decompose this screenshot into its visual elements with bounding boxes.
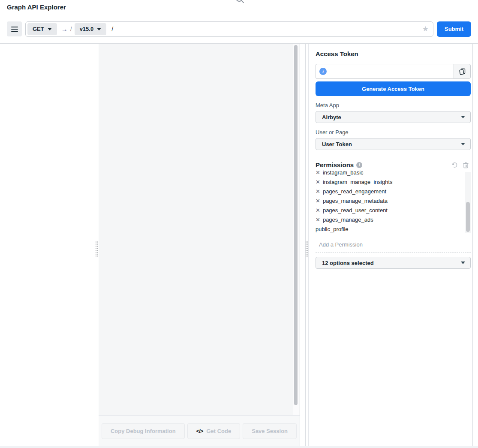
remove-permission-icon[interactable]: ✕ [316, 179, 320, 185]
star-icon[interactable]: ★ [422, 24, 429, 33]
permission-label: instagram_basic [323, 170, 364, 176]
remove-permission-icon[interactable]: ✕ [316, 217, 320, 222]
access-token-heading: Access Token [316, 50, 471, 57]
method-dropdown[interactable]: GET [27, 23, 57, 35]
info-icon[interactable]: i [356, 162, 362, 168]
page-title: Graph API Explorer [7, 3, 66, 11]
permission-label: pages_manage_ads [323, 216, 373, 223]
meta-app-selected: Airbyte [322, 114, 341, 120]
permission-item: ✕ pages_read_engagement [316, 186, 462, 196]
method-label: GET [33, 26, 44, 32]
request-toolbar: GET → / v15.0 / ★ Submit [0, 15, 478, 44]
options-selected-label: 12 options selected [322, 260, 374, 266]
access-token-input[interactable]: i [316, 64, 454, 79]
permission-label: pages_manage_metadata [323, 198, 388, 204]
left-panel [0, 44, 95, 446]
add-permission-input[interactable]: Add a Permission [316, 240, 471, 253]
copy-debug-label: Copy Debug Information [111, 428, 176, 434]
copy-debug-button[interactable]: Copy Debug Information [102, 423, 185, 439]
meta-app-dropdown[interactable]: Airbyte [316, 111, 471, 123]
code-icon: </> [196, 428, 203, 434]
permissions-heading: Permissions [316, 161, 354, 168]
search-icon[interactable] [235, 0, 244, 3]
permission-item: ✕ pages_manage_metadata [316, 196, 462, 205]
save-session-label: Save Session [252, 428, 288, 434]
user-or-page-dropdown[interactable]: User Token [316, 138, 471, 150]
remove-permission-icon[interactable]: ✕ [316, 170, 320, 175]
info-icon[interactable]: i [319, 68, 327, 75]
response-scrollbar-thumb[interactable] [294, 45, 298, 405]
hamburger-icon [11, 27, 18, 27]
menu-button[interactable] [7, 21, 22, 36]
permission-item: public_profile [316, 224, 462, 234]
permission-label: pages_read_user_content [323, 207, 388, 213]
permission-label: public_profile [316, 226, 349, 232]
generate-access-token-button[interactable]: Generate Access Token [316, 81, 471, 96]
permission-item: ✕ pages_manage_ads [316, 215, 462, 224]
permission-label: instagram_manage_insights [323, 179, 393, 185]
response-footer: Copy Debug Information </> Get Code Save… [99, 415, 300, 446]
permissions-scrollbar-thumb[interactable] [466, 202, 470, 232]
arrow-right-icon: → [61, 25, 68, 33]
copy-token-button[interactable] [454, 64, 471, 79]
chevron-down-icon [97, 28, 101, 30]
version-dropdown[interactable]: v15.0 [75, 23, 107, 35]
chevron-down-icon [461, 143, 465, 145]
chevron-down-icon [461, 116, 465, 118]
permissions-header: Permissions i [316, 161, 471, 168]
right-resize-handle[interactable] [305, 241, 308, 257]
save-session-button[interactable]: Save Session [243, 423, 297, 439]
chevron-down-icon [461, 262, 465, 264]
remove-permission-icon[interactable]: ✕ [316, 198, 320, 204]
query-bar[interactable]: GET → / v15.0 / ★ [25, 21, 433, 37]
remove-permission-icon[interactable]: ✕ [316, 207, 320, 213]
get-code-button[interactable]: </> Get Code [187, 423, 241, 439]
permission-item: ✕ pages_read_user_content [316, 205, 462, 215]
path-input[interactable]: / [111, 26, 420, 33]
permissions-options-dropdown[interactable]: 12 options selected [316, 257, 471, 269]
meta-app-label: Meta App [316, 102, 471, 108]
left-resize-handle[interactable] [95, 241, 98, 257]
path-root-slash: / [70, 26, 72, 33]
get-code-label: Get Code [206, 428, 231, 434]
remove-permission-icon[interactable]: ✕ [316, 189, 320, 194]
response-scrollbar-track[interactable] [293, 44, 299, 415]
response-panel: Copy Debug Information </> Get Code Save… [99, 44, 300, 446]
permission-item: ✕ instagram_basic [316, 170, 462, 177]
page-bottom-edge [0, 446, 478, 448]
copy-icon [458, 68, 466, 75]
undo-icon[interactable] [451, 162, 458, 168]
permission-label: pages_read_engagement [323, 188, 386, 195]
app-header: Graph API Explorer [0, 0, 478, 14]
permissions-scrollbar-track[interactable] [465, 172, 471, 233]
submit-button[interactable]: Submit [437, 21, 471, 37]
permission-item: ✕ instagram_manage_insights [316, 177, 462, 186]
access-token-row: i [316, 64, 471, 79]
trash-icon[interactable] [463, 162, 469, 168]
token-panel: Access Token i Generate Access Token Met… [308, 44, 473, 446]
version-label: v15.0 [80, 26, 94, 32]
user-or-page-label: User or Page [316, 129, 471, 135]
user-or-page-selected: User Token [322, 141, 352, 147]
graph-api-explorer-page: Graph API Explorer GET → / v15.0 / ★ [0, 0, 478, 448]
chevron-down-icon [48, 28, 52, 30]
permissions-list: ✕ instagram_basic ✕ instagram_manage_ins… [316, 170, 471, 234]
